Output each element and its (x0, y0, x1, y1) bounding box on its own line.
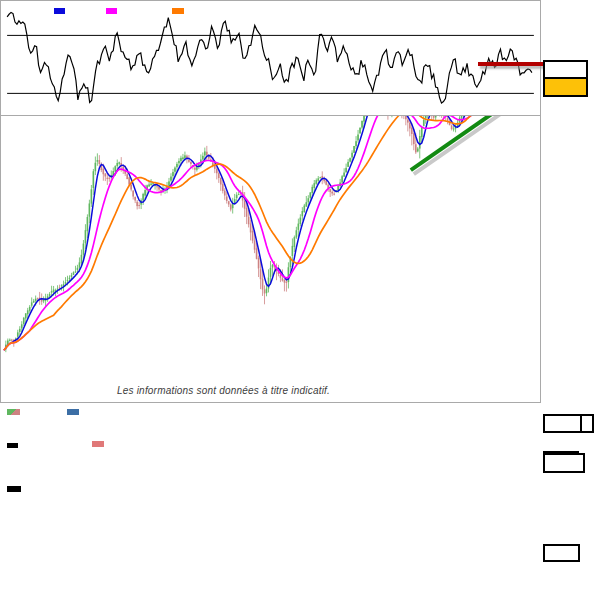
volume-tag-small (580, 414, 594, 433)
legend-ma-slow-swatch (172, 8, 184, 14)
legend-ma-fast-swatch (54, 8, 65, 14)
legend-oscillator-black-swatch (7, 443, 18, 448)
legend-volume-ma-swatch (67, 409, 79, 415)
legend-stochastic-swatch (7, 486, 21, 492)
price-tag-current (543, 77, 588, 97)
stochastic-panel[interactable] (0, 0, 541, 116)
legend-volume-bars-swatch (7, 409, 20, 415)
stochastic-tag (543, 544, 580, 562)
volume-tag-wide (543, 414, 582, 433)
price-level-line (478, 62, 545, 66)
disclaimer-text: Les informations sont données à titre in… (117, 385, 330, 396)
stochastic-line (7, 12, 532, 103)
oscillator-tag (543, 453, 585, 473)
stochastic-chart[interactable] (1, 1, 540, 115)
legend-ma-medium-swatch (106, 8, 117, 14)
legend-oscillator-salmon-swatch (92, 441, 104, 447)
trading-chart-screen: Les informations sont données à titre in… (0, 0, 607, 612)
